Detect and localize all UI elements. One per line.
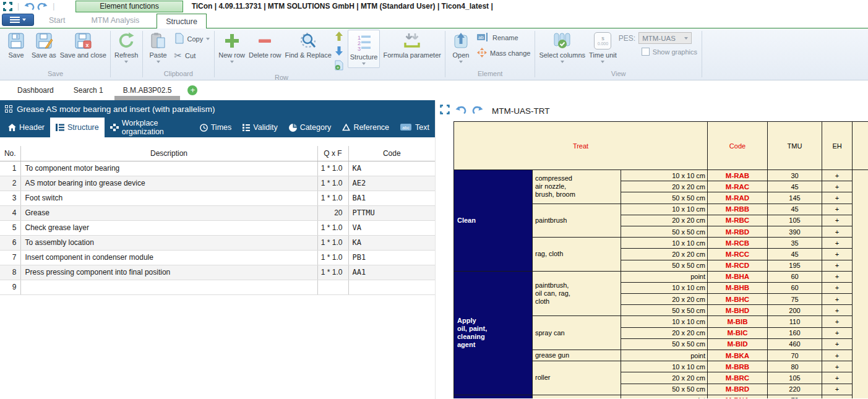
code-cell[interactable]: PB1 (348, 250, 435, 265)
description-cell[interactable] (20, 280, 317, 294)
eh-cell[interactable]: + (822, 372, 853, 384)
document-tab-dashboard[interactable]: Dashboard (7, 80, 64, 100)
size-cell[interactable]: 20 x 20 cm (621, 249, 708, 260)
description-cell[interactable]: Check grease layer (20, 220, 317, 235)
uas-code-cell[interactable]: M-RCB (708, 238, 768, 249)
size-cell[interactable]: 10 x 10 cm (621, 316, 708, 327)
size-cell[interactable]: 10 x 10 cm (621, 238, 708, 249)
add-page-button[interactable]: + (335, 60, 344, 73)
qxf-cell[interactable]: 1 * 1.0 (317, 220, 348, 235)
tmu-cell[interactable]: 390 (768, 226, 822, 237)
find-replace-button[interactable]: Find & Replace (283, 28, 333, 73)
uas-code-cell[interactable]: M-RCD (708, 260, 768, 271)
eh-cell[interactable]: + (822, 327, 853, 338)
uas-code-cell[interactable]: M-BNA (708, 395, 768, 398)
size-cell[interactable]: 20 x 20 cm (621, 215, 708, 226)
tmu-cell[interactable]: 200 (768, 305, 822, 316)
size-cell[interactable]: 10 x 10 cm (621, 361, 708, 372)
uas-code-cell[interactable]: M-BRC (708, 372, 768, 384)
uas-code-cell[interactable]: M-RAB (708, 170, 768, 181)
description-cell[interactable]: Press pressing component into final posi… (20, 265, 317, 280)
row-number-cell[interactable]: 1 (0, 161, 20, 176)
tmu-cell[interactable]: 80 (768, 361, 822, 372)
description-cell[interactable]: Grease (20, 205, 317, 220)
eh-cell[interactable]: + (822, 204, 853, 215)
copy-button[interactable]: Copy (172, 32, 213, 46)
eh-cell[interactable]: + (822, 192, 853, 204)
tmu-cell[interactable]: 105 (768, 372, 822, 384)
uas-code-cell[interactable]: M-RBB (708, 204, 768, 215)
cut-button[interactable]: ✂ Cut (172, 49, 213, 62)
size-cell[interactable]: point (621, 395, 708, 398)
size-cell[interactable]: 50 x 50 cm (621, 192, 708, 204)
tmu-cell[interactable]: 60 (768, 271, 822, 282)
eh-cell[interactable]: + (822, 384, 853, 395)
tab-times[interactable]: Times (194, 118, 238, 137)
rename-button[interactable]: ab Rename (475, 32, 533, 43)
tmu-cell[interactable]: 75 (768, 294, 822, 305)
tmu-cell[interactable]: 195 (768, 260, 822, 271)
uas-code-cell[interactable]: M-BHB (708, 282, 768, 293)
ribbon-tab-structure[interactable]: Structure (157, 14, 207, 28)
tmu-cell[interactable]: 145 (768, 192, 822, 204)
eh-cell[interactable]: + (822, 170, 853, 181)
refresh-button[interactable]: Refresh (113, 28, 140, 69)
size-cell[interactable]: 10 x 10 cm (621, 170, 708, 181)
description-cell[interactable]: AS motor bearing into grease device (20, 176, 317, 191)
move-up-button[interactable] (335, 32, 343, 44)
row-number-cell[interactable]: 4 (0, 205, 20, 220)
eh-cell[interactable]: + (822, 271, 853, 282)
tmu-cell[interactable]: 105 (768, 215, 822, 226)
eh-cell[interactable]: + (822, 226, 853, 237)
tab-text[interactable]: abcText (395, 118, 435, 137)
new-tab-button[interactable]: + (187, 85, 197, 95)
delete-row-button[interactable]: Delete row (247, 28, 283, 73)
code-cell[interactable]: PTTMU (348, 205, 435, 220)
size-cell[interactable]: 20 x 20 cm (621, 372, 708, 384)
row-number-cell[interactable]: 3 (0, 191, 20, 205)
uas-code-cell[interactable]: M-RAC (708, 181, 768, 192)
size-cell[interactable]: 50 x 50 cm (621, 305, 708, 316)
uas-code-cell[interactable]: M-BHD (708, 305, 768, 316)
description-cell[interactable]: To component motor bearing (20, 161, 317, 176)
description-cell[interactable]: To assembly location (20, 235, 317, 250)
redo-icon[interactable] (37, 2, 48, 11)
size-cell[interactable]: 50 x 50 cm (621, 260, 708, 271)
time-unit-button[interactable]: s0.000 Time unit (587, 28, 619, 69)
size-cell[interactable]: 20 x 20 cm (621, 327, 708, 338)
qxf-cell[interactable]: 1 * 1.0 (317, 176, 348, 191)
selection-icon[interactable] (3, 2, 12, 11)
open-button[interactable]: Open (447, 28, 475, 69)
eh-cell[interactable]: + (822, 338, 853, 350)
ribbon-tab-mtm-analysis[interactable]: MTM Analysis (82, 13, 148, 28)
code-cell[interactable]: AA1 (348, 265, 435, 280)
formula-parameter-button[interactable]: Formula parameter (381, 28, 443, 69)
qxf-cell[interactable]: 1 * 1.0 (317, 235, 348, 250)
qxf-cell[interactable]: 1 * 1.0 (317, 191, 348, 205)
tmu-cell[interactable]: 460 (768, 338, 822, 350)
context-tab-element-functions[interactable]: Element functions (75, 1, 183, 12)
document-tab-search-1[interactable]: Search 1 (64, 80, 113, 100)
uas-code-cell[interactable]: M-BKA (708, 350, 768, 361)
tmu-cell[interactable]: 110 (768, 316, 822, 327)
tab-workplace-organization[interactable]: Workplace organization (105, 118, 194, 137)
document-tab-b-m-ab3p02-5[interactable]: B.M.AB3P02.5 (113, 80, 182, 100)
qxf-cell[interactable]: 1 * 1.0 (317, 265, 348, 280)
code-cell[interactable]: AE2 (348, 176, 435, 191)
row-number-cell[interactable]: 9 (0, 280, 20, 294)
code-cell[interactable]: BA1 (348, 191, 435, 205)
uas-code-cell[interactable]: M-BHC (708, 294, 768, 305)
tab-validity[interactable]: Validity (237, 118, 283, 137)
save-and-close-button[interactable]: x Save and close (58, 28, 108, 69)
uas-code-cell[interactable]: M-RBD (708, 226, 768, 237)
uas-code-cell[interactable]: M-BID (708, 338, 768, 350)
eh-cell[interactable]: + (822, 181, 853, 192)
ribbon-tab-start[interactable]: Start (40, 13, 74, 28)
row-number-cell[interactable]: 5 (0, 220, 20, 235)
eh-cell[interactable]: + (822, 238, 853, 249)
size-cell[interactable]: 20 x 20 cm (621, 294, 708, 305)
redo-icon[interactable] (472, 105, 483, 117)
mass-change-button[interactable]: Mass change (475, 47, 533, 59)
size-cell[interactable]: point (621, 350, 708, 361)
save-button[interactable]: Save (2, 28, 30, 69)
